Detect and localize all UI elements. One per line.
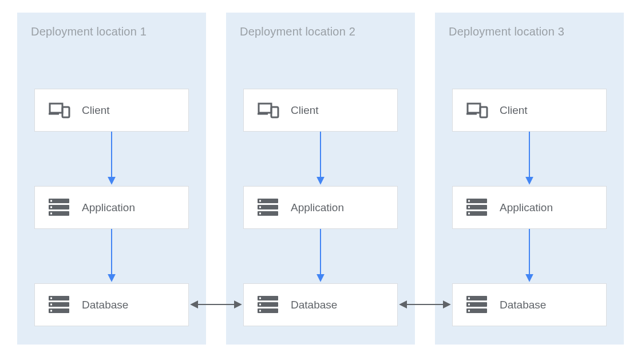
server-icon — [49, 296, 72, 314]
database-label: Database — [500, 299, 546, 311]
database-label: Database — [82, 299, 128, 311]
client-label: Client — [500, 104, 528, 117]
application-box-3: Application — [452, 186, 607, 229]
database-box-3: Database — [452, 283, 607, 326]
region-2-title: Deployment location 2 — [240, 25, 355, 38]
database-box-2: Database — [243, 283, 398, 326]
region-3-title: Deployment location 3 — [449, 25, 564, 38]
server-icon — [466, 296, 489, 314]
region-1-title: Deployment location 1 — [31, 25, 147, 38]
application-box-2: Application — [243, 186, 398, 229]
devices-icon — [466, 101, 489, 120]
application-label: Application — [291, 201, 344, 214]
database-label: Database — [291, 299, 337, 311]
devices-icon — [49, 101, 72, 120]
client-box-3: Client — [452, 89, 607, 132]
server-icon — [466, 199, 489, 217]
devices-icon — [258, 101, 280, 120]
client-box-1: Client — [34, 89, 189, 132]
database-box-1: Database — [34, 283, 189, 326]
client-label: Client — [82, 104, 110, 117]
server-icon — [258, 199, 280, 217]
application-label: Application — [500, 201, 553, 214]
server-icon — [49, 199, 72, 217]
server-icon — [258, 296, 280, 314]
application-label: Application — [82, 201, 135, 214]
application-box-1: Application — [34, 186, 189, 229]
client-box-2: Client — [243, 89, 398, 132]
client-label: Client — [291, 104, 319, 117]
